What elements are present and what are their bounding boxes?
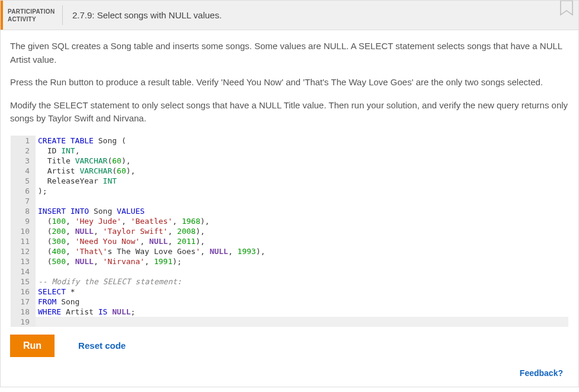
code-text[interactable]: FROM Song (36, 297, 568, 307)
line-number: 12 (11, 246, 36, 256)
activity-header: PARTICIPATION ACTIVITY 2.7.9: Select son… (1, 1, 578, 30)
code-line[interactable]: 11 (300, 'Need You Now', NULL, 2011), (11, 236, 568, 246)
code-text[interactable]: (100, 'Hey Jude', 'Beatles', 1968), (36, 216, 568, 226)
code-line[interactable]: 19 (11, 317, 568, 327)
code-text[interactable]: Artist VARCHAR(60), (36, 166, 568, 176)
code-line[interactable]: 4 Artist VARCHAR(60), (11, 166, 568, 176)
code-line[interactable]: 3 Title VARCHAR(60), (11, 156, 568, 166)
line-number: 6 (11, 186, 36, 196)
line-number: 15 (11, 277, 36, 287)
line-number: 8 (11, 206, 36, 216)
code-line[interactable]: 16SELECT * (11, 287, 568, 297)
code-text[interactable]: Title VARCHAR(60), (36, 156, 568, 166)
code-text[interactable] (36, 317, 568, 327)
code-text[interactable]: (200, NULL, 'Taylor Swift', 2008), (36, 226, 568, 236)
code-line[interactable]: 5 ReleaseYear INT (11, 176, 568, 186)
reset-code-button[interactable]: Reset code (78, 340, 126, 351)
code-text[interactable]: ID INT, (36, 146, 568, 156)
code-text[interactable]: (500, NULL, 'Nirvana', 1991); (36, 256, 568, 266)
activity-container: PARTICIPATION ACTIVITY 2.7.9: Select son… (0, 0, 579, 387)
code-text[interactable]: (400, 'That\'s The Way Love Goes', NULL,… (36, 246, 568, 256)
instruction-p2: Press the Run button to produce a result… (10, 76, 569, 89)
line-number: 19 (11, 317, 36, 327)
line-number: 14 (11, 266, 36, 277)
code-text[interactable] (36, 196, 568, 206)
code-line[interactable]: 1CREATE TABLE Song ( (11, 136, 568, 146)
code-text[interactable]: WHERE Artist IS NULL; (36, 307, 568, 317)
code-line[interactable]: 2 ID INT, (11, 146, 568, 156)
instruction-p3: Modify the SELECT statement to only sele… (10, 99, 569, 126)
line-number: 5 (11, 176, 36, 186)
line-number: 1 (11, 136, 36, 146)
line-number: 9 (11, 216, 36, 226)
line-number: 11 (11, 236, 36, 246)
activity-body: The given SQL creates a Song table and i… (1, 30, 578, 387)
instruction-p1: The given SQL creates a Song table and i… (10, 40, 569, 66)
code-line[interactable]: 9 (100, 'Hey Jude', 'Beatles', 1968), (11, 216, 568, 226)
code-editor[interactable]: 1CREATE TABLE Song (2 ID INT,3 Title VAR… (10, 135, 569, 327)
line-number: 3 (11, 156, 36, 166)
code-text[interactable]: ReleaseYear INT (36, 176, 568, 186)
code-line[interactable]: 17FROM Song (11, 297, 568, 307)
bookmark-icon[interactable] (555, 1, 578, 30)
code-line[interactable]: 6); (11, 186, 568, 196)
line-number: 13 (11, 256, 36, 266)
activity-type-label: PARTICIPATION ACTIVITY (3, 1, 62, 30)
code-text[interactable]: SELECT * (36, 287, 568, 297)
code-text[interactable]: (300, 'Need You Now', NULL, 2011), (36, 236, 568, 246)
code-line[interactable]: 7 (11, 196, 568, 206)
feedback-button[interactable]: Feedback? (516, 368, 567, 378)
code-text[interactable] (36, 266, 568, 277)
line-number: 18 (11, 307, 36, 317)
code-text[interactable]: CREATE TABLE Song ( (36, 136, 568, 146)
line-number: 2 (11, 146, 36, 156)
line-number: 7 (11, 196, 36, 206)
buttons-row: Run Reset code (10, 335, 569, 357)
run-button[interactable]: Run (10, 335, 55, 357)
line-number: 17 (11, 297, 36, 307)
code-line[interactable]: 14 (11, 266, 568, 277)
activity-type-line1: PARTICIPATION (8, 8, 55, 15)
activity-title: 2.7.9: Select songs with NULL values. (63, 1, 555, 30)
line-number: 4 (11, 166, 36, 176)
code-text[interactable]: INSERT INTO Song VALUES (36, 206, 568, 216)
activity-type-line2: ACTIVITY (8, 15, 55, 23)
instructions: The given SQL creates a Song table and i… (10, 40, 569, 126)
line-number: 16 (11, 287, 36, 297)
code-line[interactable]: 12 (400, 'That\'s The Way Love Goes', NU… (11, 246, 568, 256)
code-text[interactable]: -- Modify the SELECT statement: (36, 277, 568, 287)
feedback-row: Feedback? (10, 357, 569, 381)
code-line[interactable]: 8INSERT INTO Song VALUES (11, 206, 568, 216)
code-line[interactable]: 18WHERE Artist IS NULL; (11, 307, 568, 317)
code-line[interactable]: 15-- Modify the SELECT statement: (11, 277, 568, 287)
code-line[interactable]: 10 (200, NULL, 'Taylor Swift', 2008), (11, 226, 568, 236)
line-number: 10 (11, 226, 36, 236)
code-line[interactable]: 13 (500, NULL, 'Nirvana', 1991); (11, 256, 568, 266)
code-text[interactable]: ); (36, 186, 568, 196)
